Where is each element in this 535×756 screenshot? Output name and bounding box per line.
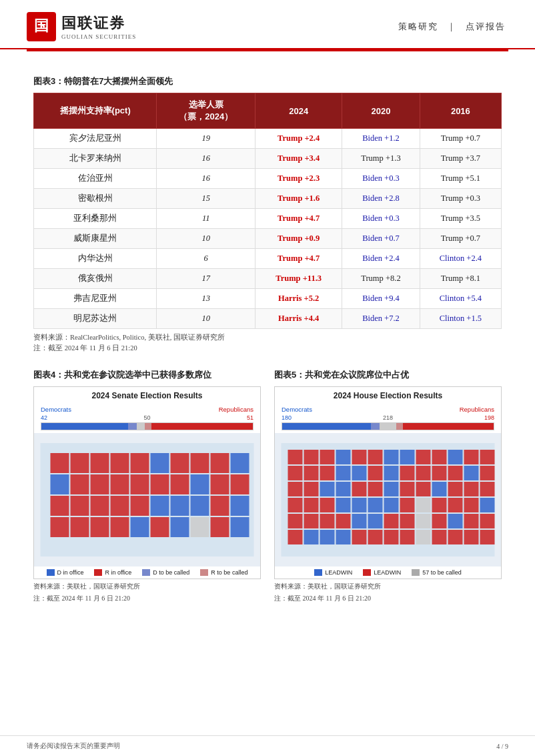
senate-rep-label: Republicans xyxy=(219,406,253,413)
svg-rect-104 xyxy=(416,514,431,528)
house-legend-rep: LEADWIN xyxy=(363,569,401,576)
svg-rect-113 xyxy=(352,530,367,544)
col-header-votes: 选举人票（票，2024） xyxy=(157,93,255,129)
state-cell: 密歇根州 xyxy=(34,189,157,209)
y2016-cell: Trump +0.7 xyxy=(420,229,501,249)
svg-rect-51 xyxy=(400,450,415,464)
house-map-block: 图表5：共和党在众议院席位中占优 2024 House Election Res… xyxy=(274,369,502,603)
y2020-cell: Biden +0.3 xyxy=(342,169,420,189)
svg-rect-103 xyxy=(400,514,415,528)
house-rep-count: 198 xyxy=(484,414,494,421)
y2020-cell: Biden +7.2 xyxy=(342,309,420,329)
svg-rect-33 xyxy=(51,517,69,537)
senate-midpoint: 50 xyxy=(143,414,150,421)
y2016-cell: Clinton +1.5 xyxy=(420,309,501,329)
table-row: 内华达州6Trump +4.7Biden +2.4Clinton +2.4 xyxy=(34,249,502,269)
house-rep-label: Republicans xyxy=(460,406,494,413)
house-legend-dem-box xyxy=(314,569,322,576)
col-header-state: 摇摆州支持率(pct) xyxy=(34,93,157,129)
svg-rect-81 xyxy=(464,482,479,496)
svg-rect-49 xyxy=(368,450,383,464)
senate-rep-bar xyxy=(151,423,253,430)
y2024-cell: Trump +11.3 xyxy=(255,269,342,289)
svg-rect-90 xyxy=(400,498,415,512)
svg-rect-78 xyxy=(416,482,431,496)
y2020-cell: Biden +0.7 xyxy=(342,229,420,249)
table-row: 弗吉尼亚州13Harris +5.2Biden +9.4Clinton +5.4 xyxy=(34,289,502,309)
senate-dem-light-bar xyxy=(128,423,137,430)
fig5-source: 资料来源：美联社，国联证券研究所 xyxy=(274,582,502,591)
house-bar-labels: Democrats Republicans xyxy=(282,406,494,413)
svg-rect-88 xyxy=(368,498,383,512)
svg-rect-20 xyxy=(191,474,209,494)
svg-text:国: 国 xyxy=(34,17,49,34)
svg-rect-97 xyxy=(304,514,319,528)
svg-rect-71 xyxy=(304,482,319,496)
svg-rect-96 xyxy=(288,514,303,528)
house-rep-light-bar xyxy=(396,423,403,430)
state-cell: 宾夕法尼亚州 xyxy=(34,129,157,149)
fig3-caption: 图表3：特朗普在7大摇摆州全面领先 xyxy=(33,75,502,87)
svg-rect-64 xyxy=(400,466,415,480)
svg-rect-107 xyxy=(464,514,479,528)
senate-legend: D in office R in office D to be called xyxy=(34,566,260,579)
house-dem-label: Democrats xyxy=(282,406,312,413)
svg-rect-114 xyxy=(368,530,383,544)
house-election-title: 2024 House Election Results xyxy=(275,387,501,403)
svg-rect-112 xyxy=(336,530,351,544)
svg-rect-54 xyxy=(448,450,463,464)
svg-rect-16 xyxy=(231,453,249,473)
svg-rect-117 xyxy=(416,530,431,544)
senate-legend-rep-label: R in office xyxy=(105,569,131,576)
company-logo-icon: 国 xyxy=(27,12,56,41)
svg-rect-12 xyxy=(151,453,169,473)
svg-rect-83 xyxy=(288,498,303,512)
senate-legend-dtbc-box xyxy=(142,569,150,576)
fig5-caption: 图表5：共和党在众议院席位中占优 xyxy=(274,369,502,381)
table-row: 俄亥俄州17Trump +11.3Trump +8.2Trump +8.1 xyxy=(34,269,502,289)
svg-rect-29 xyxy=(171,496,189,516)
y2016-cell: Clinton +5.4 xyxy=(420,289,501,309)
svg-rect-63 xyxy=(384,466,399,480)
svg-rect-61 xyxy=(352,466,367,480)
svg-rect-31 xyxy=(211,496,229,516)
senate-legend-dem: D in office xyxy=(47,569,84,576)
svg-rect-46 xyxy=(320,450,335,464)
main-content: 图表3：特朗普在7大摇摆州全面领先 摇摆州支持率(pct) 选举人票（票，202… xyxy=(0,51,535,617)
logo-en: GUOLIAN SECURITIES xyxy=(61,33,136,40)
svg-rect-41 xyxy=(211,517,229,537)
svg-rect-27 xyxy=(131,496,149,516)
svg-rect-92 xyxy=(432,498,447,512)
svg-rect-40 xyxy=(191,517,209,537)
svg-rect-6 xyxy=(111,453,129,473)
svg-rect-89 xyxy=(384,498,399,512)
svg-rect-111 xyxy=(320,530,335,544)
y2016-cell: Trump +3.5 xyxy=(420,209,501,229)
senate-bar-labels: Democrats Republicans xyxy=(41,406,253,413)
svg-rect-119 xyxy=(448,530,463,544)
svg-rect-3 xyxy=(51,453,69,473)
svg-rect-38 xyxy=(151,517,169,537)
senate-map-visual xyxy=(34,433,260,566)
report-type: 策略研究 ｜ 点评报告 xyxy=(396,21,509,33)
svg-rect-35 xyxy=(91,517,109,537)
page: 国 国联证券 GUOLIAN SECURITIES 策略研究 ｜ 点评报告 图表… xyxy=(0,0,535,756)
svg-rect-21 xyxy=(211,474,229,494)
state-cell: 北卡罗来纳州 xyxy=(34,149,157,169)
svg-rect-101 xyxy=(368,514,383,528)
svg-rect-47 xyxy=(336,450,351,464)
svg-rect-56 xyxy=(480,450,495,464)
state-cell: 俄亥俄州 xyxy=(34,269,157,289)
fig4-note: 注：截至 2024 年 11 月 6 日 21:20 xyxy=(33,594,261,603)
table-row: 威斯康星州10Trump +0.9Biden +0.7Trump +0.7 xyxy=(34,229,502,249)
svg-rect-85 xyxy=(320,498,335,512)
svg-rect-79 xyxy=(432,482,447,496)
y2016-cell: Trump +8.1 xyxy=(420,269,501,289)
svg-rect-7 xyxy=(51,474,69,494)
table-row: 北卡罗来纳州16Trump +3.4Trump +1.3Trump +3.7 xyxy=(34,149,502,169)
table-row: 亚利桑那州11Trump +4.7Biden +0.3Trump +3.5 xyxy=(34,209,502,229)
y2020-cell: Trump +8.2 xyxy=(342,269,420,289)
header: 国 国联证券 GUOLIAN SECURITIES 策略研究 ｜ 点评报告 xyxy=(0,0,535,49)
y2020-cell: Biden +2.8 xyxy=(342,189,420,209)
senate-dem-label: Democrats xyxy=(41,406,71,413)
